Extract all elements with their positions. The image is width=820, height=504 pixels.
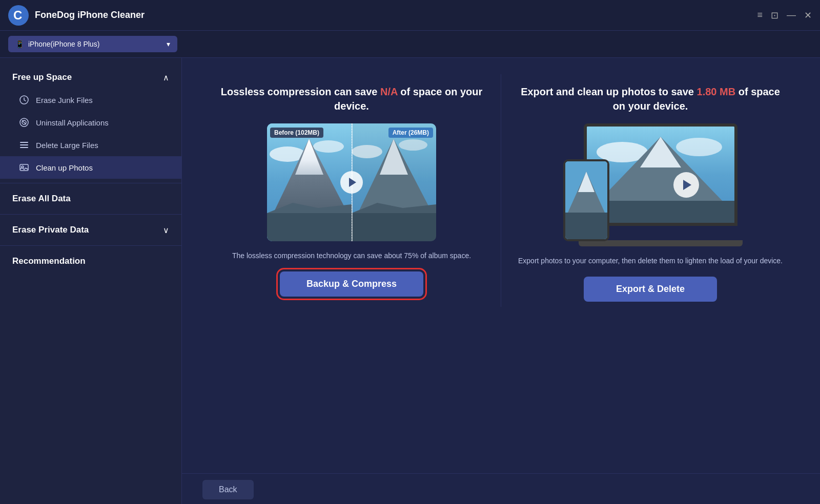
minimize-icon[interactable]: —	[787, 10, 796, 20]
device-play-button[interactable]	[673, 172, 699, 198]
image-before	[267, 123, 352, 241]
clean-photos-label: Clean up Photos	[36, 163, 93, 172]
svg-marker-14	[272, 139, 349, 216]
device-label: iPhone(iPhone 8 Plus)	[28, 40, 99, 48]
recommendation-title: Recommendation	[12, 256, 86, 266]
compress-desc: The lossless compression technology can …	[232, 250, 471, 261]
bottom-bar: Back	[182, 473, 820, 504]
svg-rect-34	[565, 213, 607, 239]
svg-point-27	[676, 138, 722, 156]
export-heading-part1: Export and clean up photos to save	[521, 86, 696, 97]
erase-junk-label: Erase Junk Files	[36, 96, 93, 104]
svg-marker-17	[267, 203, 352, 213]
sidebar-item-delete-large-files[interactable]: Delete Large Files	[0, 134, 181, 156]
image-compare: Before (102MB) After (26MB)	[267, 123, 436, 241]
photo-icon	[18, 162, 30, 173]
svg-point-13	[313, 140, 344, 153]
export-delete-button[interactable]: Export & Delete	[584, 277, 717, 302]
export-desc: Export photos to your computer, then del…	[518, 256, 783, 266]
svg-point-19	[352, 145, 382, 158]
svg-rect-23	[352, 213, 436, 241]
export-heading-highlight: 1.80 MB	[697, 86, 736, 97]
export-heading: Export and clean up photos to save 1.80 …	[517, 85, 784, 113]
app-logo: C	[8, 5, 29, 26]
svg-marker-15	[295, 139, 323, 175]
device-selector[interactable]: 📱 iPhone(iPhone 8 Plus) ▾	[8, 36, 177, 52]
sidebar-item-uninstall-apps[interactable]: Uninstall Applications	[0, 111, 181, 134]
phone-icon: 📱	[15, 40, 24, 48]
window-controls: ≡ ⊡ — ✕	[757, 10, 812, 21]
main-content: Lossless compression can save N/A of spa…	[182, 58, 820, 473]
svg-text:C: C	[13, 8, 22, 22]
svg-rect-11	[267, 123, 352, 241]
export-panel: Export and clean up photos to save 1.80 …	[501, 74, 799, 312]
sidebar-item-clean-photos[interactable]: Clean up Photos	[0, 156, 181, 179]
svg-rect-18	[352, 123, 436, 241]
svg-marker-21	[357, 139, 434, 216]
sidebar-section-recommendation[interactable]: Recommendation	[0, 250, 181, 272]
erase-all-title: Erase All Data	[12, 194, 71, 204]
clock-icon	[18, 94, 30, 106]
compress-heading: Lossless compression can save N/A of spa…	[218, 85, 485, 113]
app-body: Free up Space ∧ Erase Junk Files Uninsta…	[0, 58, 820, 504]
svg-marker-22	[380, 139, 408, 175]
content-panels: Lossless compression can save N/A of spa…	[202, 74, 799, 457]
sidebar-section-erase-private[interactable]: Erase Private Data ∨	[0, 219, 181, 241]
free-up-space-title: Free up Space	[12, 72, 72, 82]
svg-rect-6	[20, 142, 28, 143]
image-after	[352, 123, 436, 241]
sidebar-divider-1	[0, 183, 181, 183]
sidebar-section-erase-all[interactable]: Erase All Data	[0, 187, 181, 210]
phone-screen	[565, 161, 607, 239]
svg-rect-7	[20, 144, 28, 145]
sidebar-item-erase-junk[interactable]: Erase Junk Files	[0, 89, 181, 111]
phone-mockup	[563, 159, 609, 241]
chevron-down-icon: ▾	[167, 40, 170, 48]
delete-large-files-label: Delete Large Files	[36, 141, 98, 150]
list-icon	[18, 139, 30, 151]
sidebar-section-free-up-space[interactable]: Free up Space ∧	[0, 66, 181, 89]
chevron-up-icon: ∧	[163, 73, 169, 82]
sidebar-divider-2	[0, 214, 181, 215]
chat-icon[interactable]: ⊡	[771, 10, 778, 21]
svg-rect-8	[20, 147, 28, 148]
back-button[interactable]: Back	[202, 480, 254, 499]
menu-icon[interactable]: ≡	[757, 10, 763, 20]
device-mockup	[563, 123, 737, 246]
close-icon[interactable]: ✕	[804, 10, 812, 21]
no-entry-icon	[18, 117, 30, 128]
titlebar: C FoneDog iPhone Cleaner ≡ ⊡ — ✕	[0, 0, 820, 31]
before-badge: Before (102MB)	[270, 128, 323, 138]
svg-point-12	[270, 146, 305, 162]
svg-point-20	[399, 139, 427, 151]
app-title: FoneDog iPhone Cleaner	[35, 10, 757, 20]
sidebar: Free up Space ∧ Erase Junk Files Uninsta…	[0, 58, 182, 504]
backup-compress-button[interactable]: Backup & Compress	[280, 271, 423, 297]
device-bar: 📱 iPhone(iPhone 8 Plus) ▾	[0, 31, 820, 58]
after-badge: After (26MB)	[388, 128, 433, 138]
svg-marker-24	[352, 203, 436, 213]
uninstall-apps-label: Uninstall Applications	[36, 118, 109, 127]
chevron-down-icon: ∨	[163, 225, 169, 235]
erase-private-title: Erase Private Data	[12, 225, 89, 235]
compress-heading-part1: Lossless compression can save	[221, 86, 378, 97]
svg-rect-16	[267, 213, 352, 241]
compress-heading-highlight: N/A	[380, 86, 398, 97]
compress-panel: Lossless compression can save N/A of spa…	[202, 74, 501, 307]
sidebar-divider-3	[0, 245, 181, 246]
play-button[interactable]	[340, 171, 363, 194]
